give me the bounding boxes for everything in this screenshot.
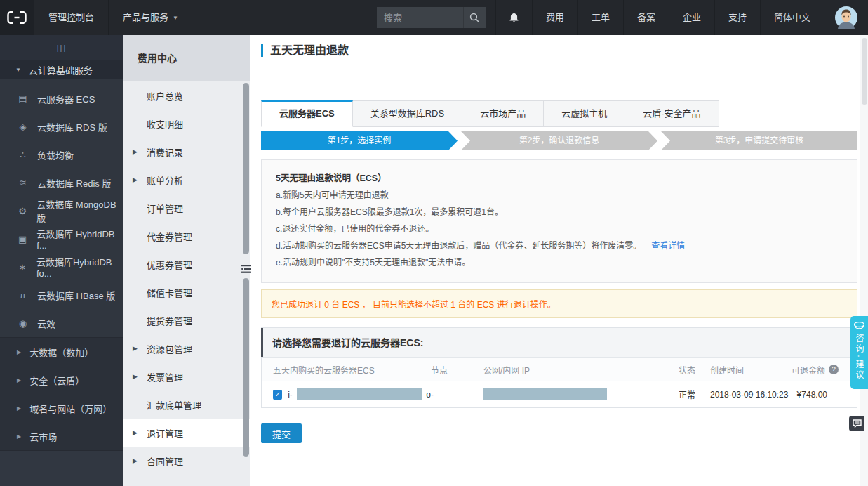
submenu-item-invoice-management[interactable]: ▶发票管理: [123, 362, 250, 390]
submenu-item-stored-card-management[interactable]: 储值卡管理: [123, 278, 250, 306]
nav-enterprise-label: 企业: [683, 12, 701, 22]
caret-right-icon: ▶: [133, 176, 138, 183]
sidebar-item-label: 云效: [37, 317, 55, 330]
submenu-title: 费用中心: [123, 35, 250, 81]
nav-tickets[interactable]: 工单: [577, 0, 623, 35]
submenu-item-order-management[interactable]: 订单管理: [123, 194, 250, 222]
product-sidebar: ||| ▼ 云计算基础服务 ▤云服务器 ECS ◈云数据库 RDS 版 ∴负载均…: [0, 35, 123, 486]
sidebar-item-ecs[interactable]: ▤云服务器 ECS: [0, 84, 123, 112]
page-scrollbar-thumb[interactable]: [862, 38, 867, 105]
refund-note-d-text: d.活动期购买的云服务器ECS申请5天无理由退款后，赠品（代金券、延长服务期等）…: [276, 241, 641, 251]
sidebar-item-label: 负载均衡: [37, 148, 74, 162]
caret-right-icon: ▶: [133, 148, 138, 155]
nav-icp[interactable]: 备案: [623, 0, 669, 35]
sidebar-group-list: ▶大数据（数加） ▶安全（云盾） ▶域名与网站（万网） ▶云市场: [0, 337, 123, 451]
sidebar-item-rds[interactable]: ◈云数据库 RDS 版: [0, 112, 123, 140]
submit-button[interactable]: 提交: [261, 423, 302, 443]
submenu-item-bill-analysis[interactable]: ▶账单分析: [123, 166, 250, 194]
user-avatar[interactable]: [824, 0, 868, 35]
submenu-item-account-overview[interactable]: 账户总览: [123, 81, 250, 110]
tab-virtual-host[interactable]: 云虚拟主机: [544, 100, 625, 127]
sidebar-drag-handle[interactable]: |||: [0, 35, 123, 60]
view-details-link[interactable]: 查看详情: [651, 241, 685, 251]
nav-support[interactable]: 支持: [714, 0, 760, 35]
col-refund-label: 可退金额: [792, 364, 825, 376]
main-content: 五天无理由退款 云服务器ECS 关系型数据库RDS 云市场产品 云虚拟主机 云盾…: [250, 35, 868, 486]
submenu-item-label: 资源包管理: [147, 342, 192, 355]
submenu-scrollbar-thumb[interactable]: [243, 278, 249, 457]
nav-billing[interactable]: 费用: [532, 0, 577, 35]
tab-market[interactable]: 云市场产品: [462, 100, 544, 127]
tab-security[interactable]: 云盾-安全产品: [625, 100, 719, 127]
cell-instance: i-o: [262, 388, 431, 400]
cell-created: 2018-03-09 16:10:23: [710, 390, 780, 400]
alibaba-cloud-logo-icon[interactable]: [0, 0, 34, 35]
cell-ip: [480, 388, 679, 402]
submenu-item-label: 账户总览: [147, 89, 183, 103]
search-input[interactable]: [377, 13, 463, 23]
submenu-item-voucher-management[interactable]: 代金券管理: [123, 222, 250, 250]
sidebar-item-yunxiao[interactable]: ◉云效: [0, 309, 123, 337]
help-question-icon[interactable]: ?: [829, 364, 839, 374]
sidebar-item-label: 云数据库 MongoDB 版: [36, 197, 123, 224]
redacted-instance-id: [297, 388, 422, 400]
sidebar-item-hybriddb-f[interactable]: ▣云数据库 HybridDB f...: [0, 225, 123, 253]
nav-console-label: 管理控制台: [48, 12, 94, 22]
page-title: 五天无理由退款: [261, 44, 857, 57]
nav-console[interactable]: 管理控制台: [34, 0, 108, 35]
row-checkbox[interactable]: [273, 390, 282, 400]
submenu-item-label: 订单管理: [147, 202, 183, 215]
feedback-tab[interactable]: 咨询·建议: [850, 316, 868, 389]
submenu-item-label: 储值卡管理: [147, 286, 192, 299]
sidebar-group-market[interactable]: ▶云市场: [0, 422, 123, 450]
hybriddb-network-icon: ∗: [17, 262, 28, 272]
sidebar-group-security[interactable]: ▶安全（云盾）: [0, 366, 123, 394]
sidebar-item-redis[interactable]: ≋云数据库 Redis 版: [0, 169, 123, 197]
sidebar-group-bigdata[interactable]: ▶大数据（数加）: [0, 338, 123, 366]
nav-language[interactable]: 简体中文: [760, 0, 824, 35]
sidebar-item-mongodb[interactable]: ⚙云数据库 MongoDB 版: [0, 197, 123, 225]
submenu-item-consumption-records[interactable]: ▶消费记录: [123, 138, 250, 166]
sidebar-item-hybriddb-fo[interactable]: ∗云数据库HybridDB fo...: [0, 253, 123, 281]
submenu-item-coupon-management[interactable]: 优惠券管理: [123, 250, 250, 278]
panel-collapse-handle-icon[interactable]: [240, 263, 252, 275]
sidebar-group-label: 域名与网站（万网）: [29, 402, 112, 415]
submenu-item-resource-package-management[interactable]: ▶资源包管理: [123, 334, 250, 362]
chat-bubble-icon[interactable]: [849, 416, 864, 431]
submenu-item-label: 优惠券管理: [147, 258, 192, 271]
table-header-row: 五天内购买的云服务器ECS 节点 公网/内网 IP 状态 创建时间 可退金额 ?: [262, 357, 857, 381]
mongodb-gear-icon: ⚙: [17, 206, 28, 216]
hybriddb-icon: ▣: [17, 234, 28, 244]
drag-handle-icon: |||: [57, 44, 67, 52]
sidebar-service-list: ▤云服务器 ECS ◈云数据库 RDS 版 ∴负载均衡 ≋云数据库 Redis …: [0, 79, 123, 337]
col-node: 节点: [431, 364, 480, 376]
nav-enterprise[interactable]: 企业: [669, 0, 714, 35]
caret-down-icon: ▼: [15, 67, 21, 73]
submenu-item-income-expense[interactable]: 收支明细: [123, 110, 250, 138]
nav-products-menu[interactable]: 产品与服务▼: [108, 0, 192, 35]
notification-bell-icon[interactable]: [495, 0, 532, 35]
cell-status: 正常: [679, 388, 710, 400]
sidebar-group-domains[interactable]: ▶域名与网站（万网）: [0, 394, 123, 422]
refund-notes-title: 5天无理由退款说明（ECS）: [276, 170, 843, 187]
submenu-item-label: 退订管理: [147, 426, 183, 440]
col-instance: 五天内购买的云服务器ECS: [262, 364, 431, 376]
tab-rds[interactable]: 关系型数据库RDS: [353, 100, 462, 127]
submenu-scrollbar-thumb[interactable]: [243, 83, 249, 254]
redacted-ip: [483, 388, 607, 400]
nav-tickets-label: 工单: [592, 12, 610, 22]
submenu-item-pickup-coupon-management[interactable]: 提货券管理: [123, 306, 250, 334]
top-navbar: 管理控制台 产品与服务▼ 费用 工单 备案 企业 支持 简体中文: [0, 0, 868, 35]
cell-refund-amount: ¥748.00: [780, 390, 857, 400]
refund-note-d: d.活动期购买的云服务器ECS申请5天无理由退款后，赠品（代金券、延长服务期等）…: [276, 237, 843, 254]
submenu-item-remittance-management[interactable]: 汇款底单管理: [123, 390, 250, 419]
submenu-item-contract-management[interactable]: ▶合同管理: [123, 447, 250, 475]
sidebar-item-slb[interactable]: ∴负载均衡: [0, 140, 123, 169]
sidebar-section-cloud-basics[interactable]: ▼ 云计算基础服务: [0, 60, 123, 79]
tab-ecs[interactable]: 云服务器ECS: [261, 100, 353, 127]
submenu-item-label: 合同管理: [147, 454, 183, 468]
search-icon[interactable]: [463, 7, 486, 28]
submenu-item-unsubscribe-management[interactable]: ▶退订管理: [123, 419, 250, 447]
sidebar-item-label: 云服务器 ECS: [37, 92, 95, 105]
sidebar-item-hbase[interactable]: π云数据库 HBase 版: [0, 281, 123, 309]
